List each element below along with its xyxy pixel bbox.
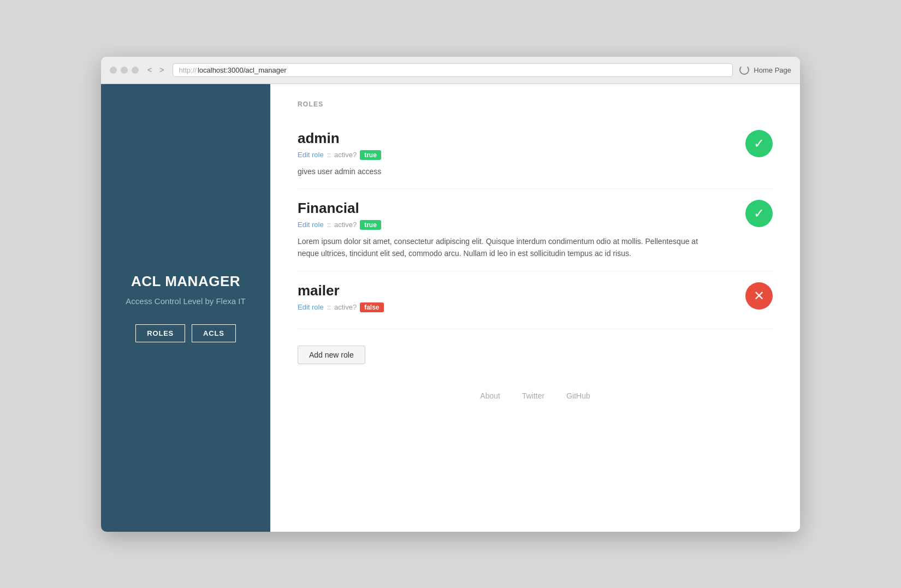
sidebar-subtitle: Access Control Level by Flexa IT (126, 295, 245, 308)
active-badge-admin: true (360, 150, 381, 160)
meta-sep-2: :: (327, 221, 331, 229)
traffic-light-minimize (121, 67, 128, 74)
refresh-icon[interactable] (739, 65, 749, 75)
address-bar[interactable]: http:// localhost:3000/acl_manager (173, 63, 733, 77)
role-info-mailer: mailer Edit role :: active? false (298, 282, 734, 318)
meta-sep-1: :: (327, 151, 331, 159)
active-badge-financial: true (360, 220, 381, 230)
active-label-financial: active? (334, 221, 357, 229)
forward-button[interactable]: > (157, 64, 166, 75)
back-button[interactable]: < (145, 64, 154, 75)
meta-sep-3: :: (327, 303, 331, 311)
browser-chrome: < > http:// localhost:3000/acl_manager H… (101, 57, 800, 84)
traffic-light-maximize (132, 67, 139, 74)
cross-icon-mailer: ✕ (754, 289, 764, 302)
active-label-admin: active? (334, 151, 357, 159)
traffic-light-close (110, 67, 117, 74)
browser-window: < > http:// localhost:3000/acl_manager H… (101, 57, 800, 532)
traffic-lights (110, 67, 139, 74)
role-info-financial: Financial Edit role :: active? true Lore… (298, 200, 734, 260)
edit-role-link-mailer[interactable]: Edit role (298, 303, 324, 311)
acls-button[interactable]: ACLS (192, 324, 236, 342)
role-name-mailer: mailer (298, 282, 734, 299)
main-content: ROLES admin Edit role :: active? true gi… (270, 84, 800, 532)
home-page-label[interactable]: Home Page (754, 66, 791, 74)
check-icon: ✓ (754, 137, 764, 150)
edit-role-link-admin[interactable]: Edit role (298, 151, 324, 159)
footer-link-github[interactable]: GitHub (566, 391, 590, 400)
sidebar: ACL MANAGER Access Control Level by Flex… (101, 84, 270, 532)
role-item-admin: admin Edit role :: active? true gives us… (298, 119, 773, 189)
sidebar-title: ACL MANAGER (131, 273, 240, 290)
active-badge-mailer: false (360, 302, 383, 312)
sidebar-buttons: ROLES ACLS (135, 324, 235, 342)
role-name-admin: admin (298, 130, 734, 147)
active-label-mailer: active? (334, 303, 357, 311)
footer-link-twitter[interactable]: Twitter (522, 391, 544, 400)
role-description-admin: gives user admin access (298, 165, 707, 177)
role-description-financial: Lorem ipsum dolor sit amet, consectetur … (298, 235, 707, 260)
role-meta-financial: Edit role :: active? true (298, 220, 734, 230)
role-meta-admin: Edit role :: active? true (298, 150, 734, 160)
url-protocol: http:// (179, 66, 197, 74)
role-status-icon-admin: ✓ (745, 130, 773, 157)
add-role-button[interactable]: Add new role (298, 346, 365, 364)
role-name-financial: Financial (298, 200, 734, 217)
role-item-financial: Financial Edit role :: active? true Lore… (298, 189, 773, 271)
edit-role-link-financial[interactable]: Edit role (298, 221, 324, 229)
browser-actions: Home Page (739, 65, 791, 75)
role-item-mailer: mailer Edit role :: active? false ✕ (298, 271, 773, 329)
role-meta-mailer: Edit role :: active? false (298, 302, 734, 312)
footer-link-about[interactable]: About (480, 391, 500, 400)
role-status-icon-mailer: ✕ (745, 282, 773, 310)
footer: About Twitter GitHub (298, 391, 773, 400)
browser-content: ACL MANAGER Access Control Level by Flex… (101, 84, 800, 532)
role-info-admin: admin Edit role :: active? true gives us… (298, 130, 734, 177)
nav-buttons: < > (145, 64, 166, 75)
url-path: localhost:3000/acl_manager (198, 66, 287, 74)
check-icon-financial: ✓ (754, 207, 764, 220)
roles-section-label: ROLES (298, 100, 773, 108)
role-status-icon-financial: ✓ (745, 200, 773, 227)
roles-button[interactable]: ROLES (135, 324, 185, 342)
